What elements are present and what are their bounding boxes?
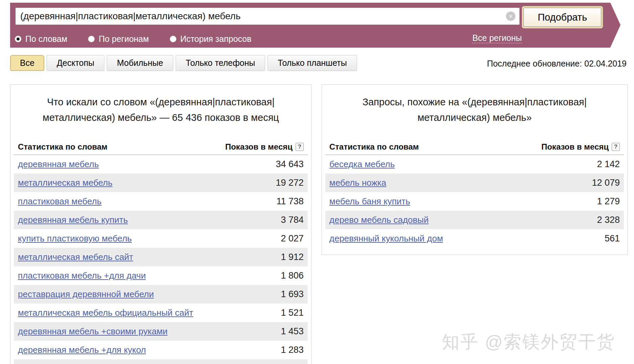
keyword-link[interactable]: реставрация деревянной мебели (18, 289, 154, 300)
search-header-bar: × Подобрать По словам По регионам Истори… (10, 3, 610, 48)
keyword-link[interactable]: мебель баня купить (329, 196, 410, 207)
impressions-value: 1 806 (281, 270, 304, 281)
submit-button[interactable]: Подобрать (522, 6, 603, 28)
keyword-link[interactable]: деревянная мебель (18, 159, 99, 170)
keyword-link[interactable]: деревянная мебель +своими руками (18, 326, 168, 337)
column-impressions: Показов в месяц ? (541, 142, 620, 152)
table-row: пластиковая мебель +для дачи1 806 (14, 266, 308, 285)
header-arrow-decoration (610, 3, 620, 47)
table-row: металлическая мебель официальный сайт1 5… (14, 304, 308, 322)
impressions-value: 1 283 (281, 345, 304, 355)
keyword-link[interactable]: мебель ножка (329, 178, 386, 188)
table-row: беседка мебель2 142 (325, 155, 624, 174)
device-tab[interactable]: Десктопы (47, 55, 104, 71)
device-tab[interactable]: Мобильные (107, 55, 173, 71)
impressions-value: 1 693 (281, 289, 304, 300)
table-row-partial (14, 359, 308, 364)
clear-icon[interactable]: × (506, 11, 515, 21)
table-row: дерево мебель садовый2 328 (325, 211, 624, 229)
keyword-link[interactable]: беседка мебель (329, 159, 395, 170)
table-row: деревянная мебель +для кукол1 283 (14, 341, 308, 359)
radio-icon (88, 36, 95, 42)
column-keyword-label: Статистика по словам (329, 142, 419, 152)
right-columns-header: Статистика по словам Показов в месяц ? (325, 140, 624, 155)
keyword-link[interactable]: пластиковая мебель (18, 196, 102, 207)
impressions-value: 12 079 (592, 178, 620, 188)
keyword-link[interactable]: металлическая мебель (18, 178, 112, 188)
column-keyword-label: Статистика по словам (18, 142, 107, 152)
help-icon[interactable]: ? (296, 143, 304, 151)
device-tab[interactable]: Только телефоны (176, 55, 265, 71)
panel-searched-with-word: Что искали со словом «(деревянная|пласти… (10, 84, 311, 364)
last-update-label: Последнее обновление: 02.04.2019 (487, 59, 627, 69)
device-tab[interactable]: Только планшеты (268, 55, 357, 71)
impressions-value: 3 784 (281, 215, 304, 225)
search-mode-switcher: По словам По регионам История запросов (15, 34, 272, 44)
table-row: реставрация деревянной мебели1 693 (14, 285, 308, 304)
impressions-value: 1 279 (597, 196, 620, 207)
impressions-value: 11 738 (276, 196, 304, 207)
device-tab[interactable]: Все (10, 55, 44, 71)
impressions-value: 2 027 (281, 233, 304, 244)
table-row: купить пластиковую мебель2 027 (14, 229, 308, 248)
watermark: 知乎 @索镁外贸干货 (442, 330, 615, 354)
keyword-link[interactable]: деревянная мебель купить (18, 215, 128, 225)
keyword-link[interactable]: дерево мебель садовый (329, 215, 429, 225)
search-input[interactable] (16, 8, 519, 25)
mode-by-words[interactable]: По словам (15, 34, 67, 44)
mode-label: По словам (25, 34, 67, 44)
impressions-value: 1 521 (281, 308, 304, 318)
table-row: деревянный кукольный дом561 (325, 229, 624, 248)
right-panel-title: Запросы, похожие на «(деревянная|пластик… (322, 85, 627, 140)
left-rows: деревянная мебель34 643металлическая меб… (10, 155, 311, 359)
panel-similar-queries: Запросы, похожие на «(деревянная|пластик… (322, 84, 628, 255)
table-row: деревянная мебель34 643 (14, 155, 308, 174)
all-regions-link[interactable]: Все регионы (472, 33, 522, 43)
help-icon[interactable]: ? (612, 143, 620, 151)
table-row: металлическая мебель сайт1 912 (14, 248, 308, 266)
device-tabs: ВсеДесктопыМобильныеТолько телефоныТольк… (10, 55, 357, 71)
table-row: металлическая мебель19 272 (14, 174, 308, 192)
mode-label: История запросов (180, 34, 252, 44)
table-row: деревянная мебель купить3 784 (14, 211, 308, 229)
mode-label: По регионам (99, 34, 149, 44)
impressions-value: 19 272 (276, 178, 304, 188)
left-columns-header: Статистика по словам Показов в месяц ? (14, 140, 308, 155)
keyword-link[interactable]: деревянный кукольный дом (329, 233, 443, 244)
keyword-link[interactable]: деревянная мебель +для кукол (18, 345, 146, 355)
radio-selected-icon (15, 36, 21, 42)
radio-icon (170, 36, 176, 42)
impressions-value: 2 328 (597, 215, 620, 225)
mode-by-regions[interactable]: По регионам (88, 34, 149, 44)
search-input-wrap: × (16, 8, 519, 25)
keyword-link[interactable]: металлическая мебель официальный сайт (18, 308, 193, 318)
impressions-value: 1 912 (281, 252, 304, 262)
table-row: пластиковая мебель11 738 (14, 192, 308, 211)
impressions-value: 2 142 (597, 159, 620, 170)
keyword-link[interactable]: купить пластиковую мебель (18, 233, 132, 244)
table-row: деревянная мебель +своими руками1 453 (14, 322, 308, 341)
keyword-link[interactable]: металлическая мебель сайт (18, 252, 133, 262)
column-impressions-label: Показов в месяц (541, 142, 609, 152)
impressions-value: 1 453 (281, 326, 304, 337)
mode-query-history[interactable]: История запросов (170, 34, 252, 44)
column-impressions-label: Показов в месяц (225, 142, 293, 152)
right-rows: беседка мебель2 142мебель ножка12 079меб… (322, 155, 627, 248)
table-row: мебель ножка12 079 (325, 174, 624, 192)
table-row: мебель баня купить1 279 (325, 192, 624, 211)
left-panel-title: Что искали со словом «(деревянная|пласти… (10, 85, 311, 140)
impressions-value: 561 (605, 233, 620, 244)
column-impressions: Показов в месяц ? (225, 142, 304, 152)
impressions-value: 34 643 (276, 159, 304, 170)
keyword-link[interactable]: пластиковая мебель +для дачи (18, 270, 146, 281)
